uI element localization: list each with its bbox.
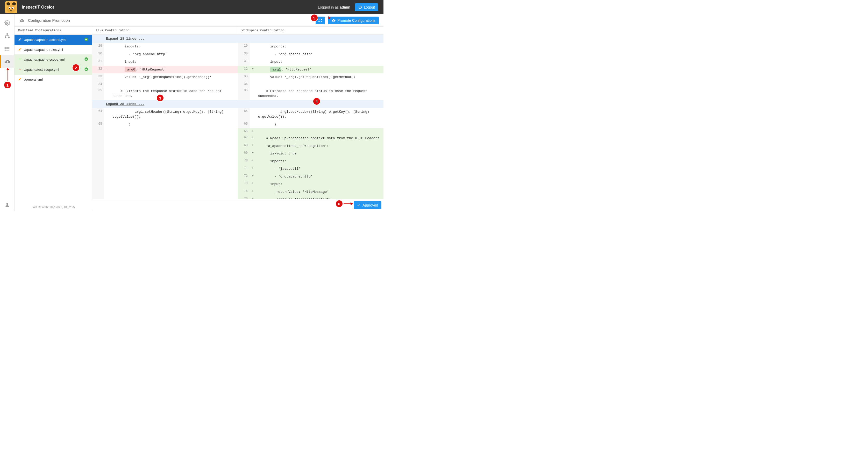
file-name: /apache/apache-actions.yml — [24, 38, 82, 42]
file-name: /apache/apache-scope.yml — [24, 58, 82, 61]
annotation-callout-3: 3 — [157, 95, 163, 101]
annotation-arrow — [7, 68, 8, 81]
pen-icon — [18, 77, 22, 82]
svg-point-17 — [5, 49, 5, 49]
page-title: Configuration Promotion — [28, 18, 70, 23]
diff-removed-line: _arg0: 'HttpRequest' — [110, 66, 238, 73]
svg-point-2 — [12, 2, 16, 5]
annotation-arrow — [319, 18, 331, 18]
brand-title: inspectIT Ocelot — [22, 5, 54, 9]
sitemap-icon — [4, 33, 10, 39]
svg-rect-12 — [8, 37, 9, 38]
file-row[interactable]: /apache/test-scope.yml — [14, 64, 92, 75]
svg-point-20 — [85, 37, 88, 41]
annotation-arrow — [344, 203, 353, 204]
svg-rect-11 — [5, 37, 6, 38]
check-icon — [357, 203, 361, 207]
refresh-icon — [318, 19, 322, 23]
expand-mid[interactable]: Expand 28 lines ... — [92, 100, 383, 108]
power-icon — [358, 5, 362, 9]
svg-point-25 — [85, 67, 88, 71]
live-config-header: Live Configuration — [92, 27, 238, 34]
svg-point-23 — [85, 57, 88, 61]
nav-item-list[interactable] — [0, 42, 14, 55]
nav-item-user[interactable] — [0, 198, 14, 211]
panel-header: Modified Configurations — [14, 27, 92, 35]
annotation-callout-1: 1 — [4, 82, 11, 88]
svg-point-8 — [10, 10, 12, 11]
file-row[interactable]: /apache/apache-actions.yml — [14, 35, 92, 45]
main-area: Configuration Promotion Promote Configur… — [14, 14, 383, 211]
svg-rect-10 — [6, 33, 8, 35]
approved-icon — [84, 67, 88, 72]
cloud-upload-icon — [19, 18, 24, 23]
svg-point-6 — [9, 8, 10, 9]
nav-rail — [0, 14, 14, 211]
file-row[interactable]: /apache/apache-scope.yml — [14, 54, 92, 64]
nav-item-agents[interactable] — [0, 29, 14, 42]
list-icon — [4, 46, 10, 52]
svg-point-16 — [5, 47, 5, 48]
workspace-config-header: Workspace Configuration — [238, 27, 384, 34]
nav-item-settings[interactable] — [0, 16, 14, 29]
plus-icon — [18, 57, 22, 62]
expand-top[interactable]: Expand 28 lines ... — [92, 35, 383, 43]
svg-point-18 — [5, 50, 5, 50]
diff-scroll[interactable]: Expand 28 lines ... 29 imports: 29 impor… — [92, 35, 383, 199]
diff-added-line: _arg1: 'HttpRequest' — [255, 66, 383, 73]
approved-button[interactable]: Approved — [354, 201, 381, 209]
annotation-callout-4: 4 — [313, 98, 320, 105]
file-name: /general.yml — [24, 78, 88, 81]
nav-item-promotion[interactable] — [0, 55, 14, 68]
annotation-callout-2: 2 — [72, 64, 79, 71]
last-refresh: Last Refresh: 10.7.2020, 10:52:25 — [14, 203, 92, 211]
minus-icon — [18, 67, 22, 72]
pen-icon — [18, 48, 22, 52]
cloud-upload-icon — [331, 19, 336, 23]
user-icon — [5, 202, 10, 207]
brand-logo — [5, 1, 17, 13]
svg-point-19 — [6, 203, 8, 205]
gear-icon — [4, 20, 10, 26]
svg-point-9 — [6, 22, 8, 24]
file-name: /apache/apache-rules.yml — [24, 48, 88, 52]
pen-icon — [18, 37, 22, 42]
modified-configurations-panel: Modified Configurations /apache/apache-a… — [14, 27, 92, 211]
annotation-callout-5: 5 — [311, 14, 318, 21]
login-status: Logged in as admin — [318, 5, 350, 9]
file-row[interactable]: /general.yml — [14, 75, 92, 84]
svg-point-3 — [6, 5, 16, 13]
approved-icon — [84, 37, 88, 42]
top-bar: inspectIT Ocelot Logged in as admin Logo… — [0, 0, 383, 14]
svg-point-7 — [12, 8, 13, 9]
diff-panel: Live Configuration Workspace Configurati… — [92, 27, 383, 211]
code-line: imports: — [110, 43, 238, 51]
promote-button[interactable]: Promote Configurations — [328, 17, 379, 24]
file-row[interactable]: /apache/apache-rules.yml — [14, 45, 92, 54]
approved-icon — [84, 57, 88, 62]
annotation-callout-6: 6 — [336, 200, 343, 207]
logout-button[interactable]: Logout — [355, 3, 378, 11]
svg-point-1 — [6, 2, 10, 5]
cloud-upload-icon — [5, 59, 10, 64]
